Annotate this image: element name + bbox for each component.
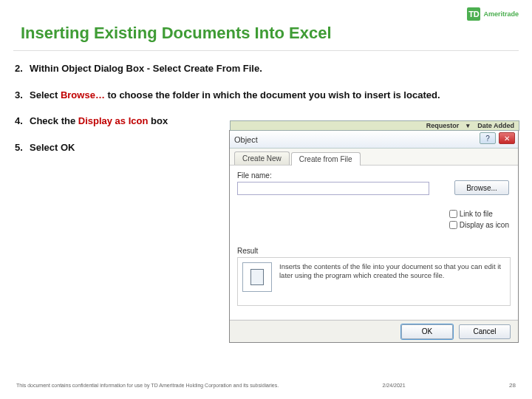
browse-button[interactable]: Browse... (454, 180, 509, 195)
ribbon-col-requestor: Requestor (426, 122, 460, 129)
document-icon (250, 269, 264, 285)
step-fragment: to choose the folder in which the docume… (105, 89, 440, 100)
ribbon-col-date-added: Date Added (477, 122, 514, 129)
tab-create-from-file[interactable]: Create from File (291, 152, 361, 166)
close-button[interactable]: ✕ (499, 132, 515, 144)
link-to-file-checkbox[interactable]: Link to file (449, 210, 509, 218)
dropdown-icon: ▾ (466, 122, 470, 129)
link-to-file-box[interactable] (449, 210, 457, 218)
file-name-input[interactable] (237, 182, 429, 195)
step-number: 5. (15, 141, 30, 154)
dialog-footer: OK Cancel (230, 320, 518, 342)
step-number: 2. (15, 62, 30, 75)
link-to-file-label: Link to file (460, 210, 493, 218)
title-divider (13, 50, 519, 51)
step-fragment: Select (30, 89, 61, 100)
tab-create-new[interactable]: Create New (234, 151, 290, 165)
cancel-button[interactable]: Cancel (459, 324, 511, 339)
dialog-body: File name: Browse... Link to file Displa… (230, 166, 518, 319)
help-button[interactable]: ? (480, 132, 496, 144)
step-number: 4. (15, 115, 30, 128)
step-text: Select OK (30, 141, 207, 154)
result-box: Inserts the contents of the file into yo… (237, 257, 511, 306)
excel-ribbon-strip: Requestor ▾ Date Added (230, 120, 519, 131)
dialog-title: Object (234, 135, 258, 144)
page-title: Inserting Existing Documents Into Excel (21, 24, 332, 43)
step-fragment: Check the (30, 115, 78, 126)
object-dialog: Requestor ▾ Date Added Object ? ✕ Create… (229, 130, 519, 343)
dialog-titlebar: Object ? ✕ (230, 131, 518, 149)
result-description: Inserts the contents of the file into yo… (279, 262, 505, 301)
ok-button[interactable]: OK (401, 324, 453, 339)
slide-footer: This document contains confidential info… (16, 382, 516, 389)
page-number: 28 (509, 382, 516, 389)
result-icon (242, 262, 272, 292)
brand-name: Ameritrade (483, 10, 519, 18)
step-highlight: Browse… (61, 89, 105, 100)
step-text: Select Browse… to choose the folder in w… (30, 89, 502, 102)
step-highlight: Display as Icon (78, 115, 149, 126)
file-name-label: File name: (237, 171, 511, 180)
footer-date: 2/24/2021 (383, 383, 406, 388)
confidential-notice: This document contains confidential info… (16, 383, 279, 388)
display-as-icon-label: Display as icon (460, 221, 509, 229)
step-fragment: box (148, 115, 168, 126)
display-as-icon-box[interactable] (449, 221, 457, 229)
result-label: Result (237, 247, 258, 255)
display-as-icon-checkbox[interactable]: Display as icon (449, 221, 509, 229)
brand-header: TD Ameritrade (467, 7, 519, 21)
dialog-tabs: Create New Create from File (230, 149, 518, 166)
td-logo: TD (467, 7, 480, 21)
step-text: Within Object Dialog Box - Select Create… (30, 62, 502, 75)
step-text: Check the Display as Icon box (30, 115, 207, 128)
step-number: 3. (15, 89, 30, 102)
